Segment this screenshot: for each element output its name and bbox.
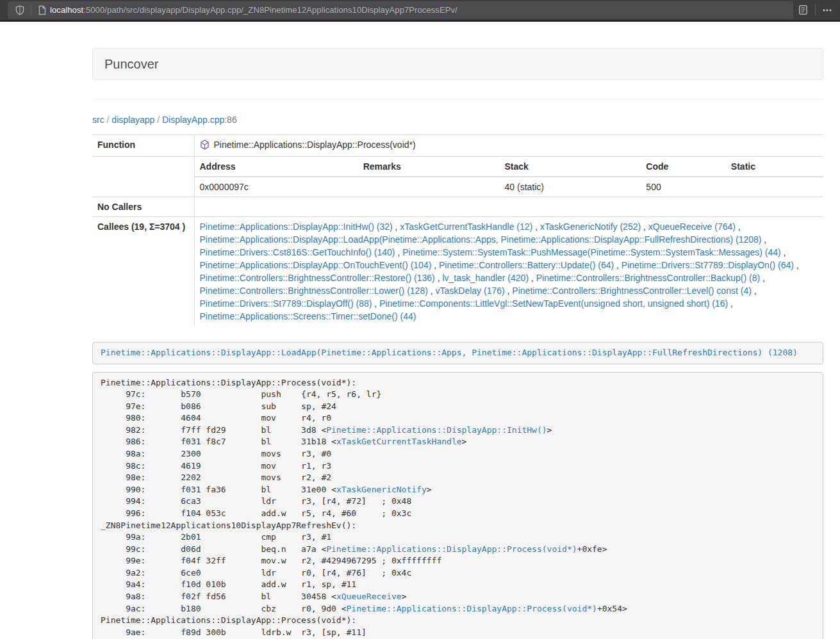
disassembly-symbol-link[interactable]: xQueueReceive	[336, 592, 402, 601]
metrics-label-spacer	[92, 157, 194, 197]
callee-link[interactable]: Pinetime::Applications::DisplayApp::OnTo…	[200, 260, 432, 270]
breadcrumb: src / displayapp / DisplayApp.cpp:86	[92, 113, 823, 126]
callee-link[interactable]: Pinetime::Controllers::Battery::Update()…	[439, 260, 614, 270]
selected-symbol-box: Pinetime::Applications::DisplayApp::Load…	[92, 342, 823, 364]
url-bar[interactable]: localhost:5000/path/src/displayapp/Displ…	[8, 1, 793, 19]
app-title[interactable]: Puncover	[104, 57, 159, 72]
metrics-header-row: Address Remarks Stack Code Static	[195, 157, 824, 177]
callee-link[interactable]: Pinetime::Components::LittleVgl::SetNewT…	[379, 298, 728, 309]
col-stack: Stack	[500, 157, 641, 177]
callee-link[interactable]: Pinetime::Controllers::BrightnessControl…	[200, 273, 435, 283]
disassembly-symbol-link[interactable]: Pinetime::Applications::DisplayApp::Proc…	[347, 604, 597, 613]
col-remarks: Remarks	[358, 157, 500, 177]
selected-symbol-link[interactable]: Pinetime::Applications::DisplayApp::Load…	[101, 348, 798, 357]
callee-link[interactable]: Pinetime::Controllers::BrightnessControl…	[536, 273, 760, 283]
reader-mode-icon[interactable]	[798, 4, 809, 15]
callee-link[interactable]: Pinetime::Applications::Screens::Timer::…	[200, 311, 416, 321]
callee-link[interactable]: Pinetime::Controllers::BrightnessControl…	[200, 286, 428, 296]
disassembly-symbol-link[interactable]: xTaskGetCurrentTaskHandle	[336, 437, 462, 446]
static-value	[726, 177, 823, 197]
metrics-table-cell: Address Remarks Stack Code Static 0x0000…	[194, 157, 823, 197]
callee-link[interactable]: Pinetime::Applications::DisplayApp::Init…	[200, 222, 393, 232]
disassembly-symbol-link[interactable]: Pinetime::Applications::DisplayApp::Proc…	[326, 544, 577, 554]
callee-link[interactable]: lv_task_handler (420)	[442, 273, 529, 283]
url-path: :5000/path/src/displayapp/DisplayApp.cpp…	[83, 5, 457, 15]
breadcrumb-line-number: :86	[224, 115, 236, 125]
col-code: Code	[641, 157, 726, 177]
page-icon[interactable]	[36, 4, 49, 17]
callee-link[interactable]: Pinetime::System::SystemTask::PushMessag…	[402, 247, 781, 257]
callees-label: Callees (19, Σ=3704 )	[92, 217, 194, 327]
remarks-value	[358, 177, 500, 197]
no-callers-label: No Callers	[92, 197, 194, 217]
toolbar-actions	[798, 4, 840, 15]
breadcrumb-separator: /	[107, 115, 110, 125]
breadcrumb-src[interactable]: src	[92, 115, 104, 125]
col-address: Address	[195, 157, 358, 177]
metrics-value-row: 0x0000097c 40 (static) 500	[195, 177, 824, 197]
divider	[92, 99, 823, 100]
callee-link[interactable]: Pinetime::Drivers::St7789::DisplayOn() (…	[622, 260, 794, 270]
callee-link[interactable]: Pinetime::Drivers::St7789::DisplayOff() …	[200, 298, 372, 309]
metrics-row: Address Remarks Stack Code Static 0x0000…	[92, 157, 823, 197]
breadcrumb-separator: /	[157, 115, 160, 125]
toolbar-separator	[815, 4, 816, 15]
code-value: 500	[641, 177, 726, 197]
callees-list: Pinetime::Applications::DisplayApp::Init…	[194, 217, 823, 327]
no-callers-row: No Callers	[92, 197, 823, 217]
overflow-menu-icon[interactable]	[822, 5, 832, 15]
function-row: Function Pinetime::Applications::Display…	[92, 135, 823, 157]
callee-link[interactable]: xTaskGetCurrentTaskHandle (12)	[400, 222, 532, 232]
app-header: Puncover	[92, 48, 823, 80]
disassembly: Pinetime::Applications::DisplayApp::Proc…	[92, 372, 823, 639]
symbol-table: Function Pinetime::Applications::Display…	[92, 134, 823, 326]
page-content: Puncover src / displayapp / DisplayApp.c…	[92, 48, 823, 639]
no-callers-cell	[194, 197, 823, 217]
callee-link[interactable]: Pinetime::Applications::DisplayApp::Load…	[200, 234, 762, 245]
browser-toolbar: localhost:5000/path/src/displayapp/Displ…	[0, 0, 840, 22]
url-text[interactable]: localhost:5000/path/src/displayapp/Displ…	[50, 5, 457, 15]
breadcrumb-displayapp[interactable]: displayapp	[111, 115, 154, 125]
metrics-table: Address Remarks Stack Code Static 0x0000…	[195, 157, 824, 197]
col-static: Static	[726, 157, 823, 177]
package-icon	[200, 140, 210, 153]
address-value: 0x0000097c	[195, 177, 358, 197]
callee-link[interactable]: xTaskGenericNotify (252)	[540, 222, 641, 232]
callee-link[interactable]: Pinetime::Controllers::BrightnessControl…	[512, 286, 751, 296]
callee-link[interactable]: vTaskDelay (176)	[436, 286, 505, 296]
function-label: Function	[92, 135, 194, 157]
callee-link[interactable]: Pinetime::Drivers::Cst816S::GetTouchInfo…	[200, 247, 395, 257]
disassembly-symbol-link[interactable]: xTaskGenericNotify	[336, 485, 427, 494]
stack-value: 40 (static)	[500, 177, 641, 197]
callees-row: Callees (19, Σ=3704 ) Pinetime::Applicat…	[92, 217, 823, 327]
function-name: Pinetime::Applications::DisplayApp::Proc…	[214, 140, 416, 150]
disassembly-symbol-link[interactable]: Pinetime::Applications::DisplayApp::Init…	[326, 425, 547, 435]
callee-link[interactable]: xQueueReceive (764)	[648, 222, 736, 232]
breadcrumb-file[interactable]: DisplayApp.cpp	[162, 115, 224, 125]
urlbar-separator	[31, 4, 31, 15]
shield-icon[interactable]	[13, 4, 26, 17]
url-host: localhost	[50, 5, 83, 15]
function-name-cell: Pinetime::Applications::DisplayApp::Proc…	[194, 135, 823, 157]
